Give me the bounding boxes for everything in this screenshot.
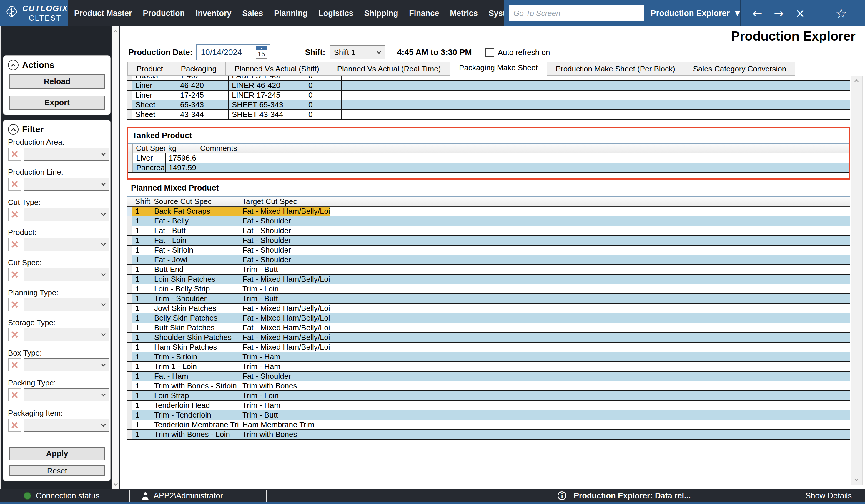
row-selector-cell[interactable]	[127, 362, 132, 371]
table-row[interactable]: 1Jowl Skin PatchesFat - Mixed Ham/Belly/…	[127, 304, 850, 314]
row-selector-cell[interactable]	[128, 163, 133, 172]
table-cell[interactable]: LABELS 1-402	[228, 76, 305, 80]
table-cell[interactable]: Trim with Bones	[239, 430, 330, 439]
table-row-partial[interactable]: Labels1-402LABELS 1-4020	[127, 76, 850, 81]
table-cell[interactable]: 1	[132, 304, 151, 313]
row-selector-cell[interactable]	[127, 372, 132, 381]
table-row[interactable]: Pancreas1497.59	[128, 163, 849, 173]
filter-dropdown[interactable]	[24, 178, 109, 190]
menu-item-product-master[interactable]: Product Master	[74, 9, 132, 18]
table-cell[interactable]: 1	[132, 207, 151, 216]
table-cell[interactable]: Trim - Loin	[239, 284, 330, 293]
menu-item-metrics[interactable]: Metrics	[450, 9, 478, 18]
table-cell[interactable]: Loin Strap	[151, 391, 239, 400]
row-selector-cell[interactable]	[127, 401, 132, 410]
table-row[interactable]: 1Fat - JowlFat - Shoulder	[127, 255, 850, 265]
row-selector-cell[interactable]	[127, 391, 132, 400]
table-cell[interactable]: Loin - Belly Strip	[151, 284, 239, 293]
row-selector-cell[interactable]	[127, 207, 132, 216]
table-cell[interactable]: 1-402	[176, 76, 228, 80]
menu-item-inventory[interactable]: Inventory	[196, 9, 232, 18]
table-cell[interactable]: Trim - Ham	[239, 352, 330, 361]
table-row[interactable]: 1Loin Skin PatchesFat - Mixed Ham/Belly/…	[127, 274, 850, 284]
table-cell[interactable]: 1	[132, 362, 151, 371]
table-cell[interactable]: 1	[132, 410, 151, 420]
table-cell[interactable]: Ham Membrane Trim	[239, 420, 330, 429]
table-cell[interactable]: 1497.59	[165, 163, 197, 172]
table-cell[interactable]: Fat - Butt	[151, 226, 239, 235]
clear-filter-button[interactable]	[8, 268, 21, 281]
table-cell[interactable]: Trim - Butt	[239, 294, 330, 303]
scroll-down-icon[interactable]	[854, 477, 858, 481]
table-cell[interactable]: 17-245	[176, 91, 228, 100]
table-cell[interactable]: Jowl Skin Patches	[151, 304, 239, 313]
row-selector-cell[interactable]	[127, 265, 132, 274]
tab-planned-vs-actual-shift-[interactable]: Planned Vs Actual (Shift)	[226, 62, 328, 75]
row-selector-cell[interactable]	[127, 410, 132, 420]
table-row[interactable]: 1Belly Skin PatchesFat - Mixed Ham/Belly…	[127, 314, 850, 323]
clear-filter-button[interactable]	[8, 298, 21, 311]
table-cell[interactable]: Trim with Bones - Sirloin	[151, 382, 239, 390]
table-row[interactable]: 1Fat - SirloinFat - Shoulder	[127, 246, 850, 255]
table-cell[interactable]	[197, 163, 237, 172]
row-selector-cell[interactable]	[127, 342, 132, 352]
table-cell[interactable]: Fat - Shoulder	[239, 246, 330, 255]
table-row-selected[interactable]: 1Back Fat ScrapsFat - Mixed Ham/Belly/Lo…	[127, 207, 850, 216]
table-cell[interactable]: LINER 17-245	[228, 91, 305, 100]
star-icon[interactable]: ☆	[835, 6, 847, 21]
column-header[interactable]: kg	[165, 144, 197, 153]
table-cell[interactable]: 1	[132, 401, 151, 410]
filter-dropdown[interactable]	[24, 268, 109, 281]
info-icon[interactable]: i	[557, 491, 566, 500]
column-header[interactable]: Target Cut Spec	[239, 197, 330, 206]
table-cell[interactable]: 1	[132, 246, 151, 255]
production-date-input[interactable]: 10/14/2024 15	[196, 44, 270, 60]
collapse-icon[interactable]	[8, 60, 19, 70]
table-cell[interactable]: Liver	[133, 153, 165, 163]
column-header[interactable]: Shift	[132, 197, 151, 206]
goto-screen-input[interactable]	[509, 5, 644, 22]
table-cell[interactable]: 0	[305, 91, 341, 100]
shift-dropdown[interactable]: Shift 1	[330, 45, 385, 59]
table-row[interactable]: 1Butt Skin PatchesFat - Mixed Ham/Belly/…	[127, 323, 850, 333]
table-cell[interactable]: Pancreas	[133, 163, 165, 172]
menu-item-logistics[interactable]: Logistics	[318, 9, 353, 18]
table-cell[interactable]: Fat - Mixed Ham/Belly/Loin	[239, 207, 330, 216]
row-selector-cell[interactable]	[127, 314, 132, 323]
clear-filter-button[interactable]	[8, 208, 21, 221]
menu-item-finance[interactable]: Finance	[409, 9, 439, 18]
show-details-link[interactable]: Show Details	[805, 491, 852, 501]
menu-item-shipping[interactable]: Shipping	[364, 9, 398, 18]
table-cell[interactable]: Fat - Mixed Ham/Belly/Loin	[239, 323, 330, 332]
table-cell[interactable]: 0	[305, 76, 341, 80]
row-selector-cell[interactable]	[127, 333, 132, 342]
table-cell[interactable]: Shoulder Skin Patches	[151, 333, 239, 342]
table-cell[interactable]: 1	[132, 420, 151, 429]
column-header[interactable]: Comments	[197, 144, 237, 153]
table-cell[interactable]: 1	[132, 333, 151, 342]
clear-filter-button[interactable]	[8, 148, 21, 161]
close-icon[interactable]: ×	[795, 0, 805, 26]
clear-filter-button[interactable]	[8, 178, 21, 190]
tab-packaging-make-sheet[interactable]: Packaging Make Sheet	[450, 60, 547, 75]
table-cell[interactable]: Fat - Shoulder	[239, 216, 330, 225]
table-cell[interactable]: Trim - Ham	[239, 362, 330, 371]
table-row[interactable]: Liner46-420LINER 46-4200	[127, 81, 850, 91]
table-row[interactable]: Sheet43-344SHEET 43-3440	[127, 110, 850, 120]
row-selector-cell[interactable]	[127, 420, 132, 429]
table-cell[interactable]: 1	[132, 216, 151, 225]
table-cell[interactable]: Trim - Ham	[239, 401, 330, 410]
table-cell[interactable]: Trim - Loin	[239, 391, 330, 400]
filter-dropdown[interactable]	[24, 419, 109, 432]
table-cell[interactable]: 46-420	[176, 81, 228, 90]
tab-sales-category-conversion[interactable]: Sales Category Conversion	[684, 62, 796, 75]
table-row[interactable]: 1Butt EndTrim - Butt	[127, 265, 850, 274]
table-row[interactable]: 1Trim with Bones - LoinTrim with Bones	[127, 430, 850, 439]
table-cell[interactable]: Fat - Mixed Ham/Belly/Loin	[239, 304, 330, 313]
row-selector-cell[interactable]	[127, 323, 132, 332]
table-cell[interactable]: Trim 1 - Loin	[151, 362, 239, 371]
table-cell[interactable]: Fat - Mixed Ham/Belly/Loin	[239, 274, 330, 284]
tab-planned-vs-actual-real-time-[interactable]: Planned Vs Actual (Real Time)	[328, 62, 450, 75]
table-cell[interactable]: 1	[132, 255, 151, 264]
table-cell[interactable]: 1	[132, 284, 151, 293]
